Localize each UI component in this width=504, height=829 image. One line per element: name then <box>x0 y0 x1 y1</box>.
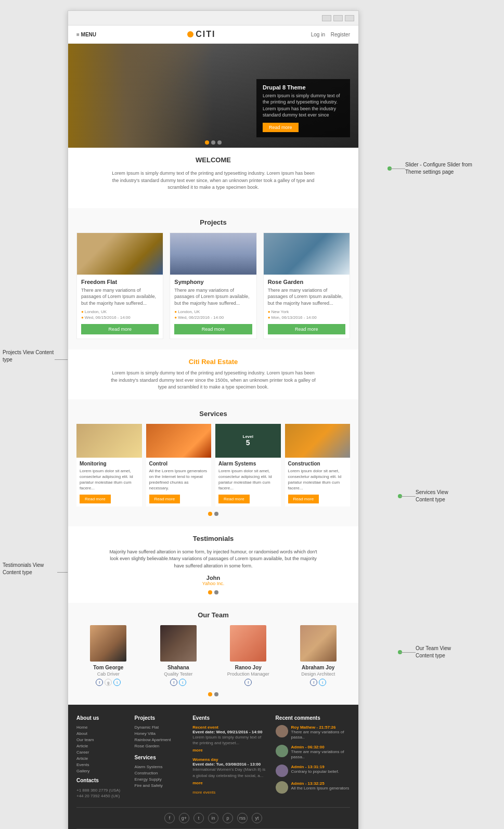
projects-title: Projects <box>76 218 350 226</box>
footer-facebook-icon[interactable]: f <box>164 813 175 823</box>
service-read-more-monitoring[interactable]: Read more <box>80 495 111 503</box>
twitter-icon-1[interactable]: t <box>113 679 121 686</box>
footer-service-link-1[interactable]: Alarm Systems <box>135 765 185 769</box>
site-footer: About us Home About Our team Article Car… <box>68 705 358 829</box>
logo-text: CITI <box>196 30 215 39</box>
slider-dot-1[interactable] <box>205 140 209 145</box>
projects-section: Projects Freedom Flat There are many var… <box>68 208 358 350</box>
footer-link-career[interactable]: Career <box>76 750 126 755</box>
facebook-icon-4[interactable]: f <box>310 679 317 686</box>
site-logo[interactable]: CITI <box>187 30 215 39</box>
footer-link-home[interactable]: Home <box>76 725 126 730</box>
citi-text: Lorem Ipsum is simply dummy text of the … <box>109 370 317 391</box>
citi-section: Citi Real Estate Lorem Ipsum is simply d… <box>68 349 358 399</box>
footer-gplus-icon[interactable]: g+ <box>179 813 189 823</box>
team-member-2: Shahana Quality Tester f t <box>147 625 211 686</box>
footer-project-link-4[interactable]: Rose Garden <box>135 744 185 748</box>
footer-link-article[interactable]: Article <box>76 744 126 748</box>
team-member-3: Ranoo Joy Production Manager f <box>216 625 280 686</box>
project-location-1: ●London, UK <box>81 309 159 314</box>
services-title: Services <box>76 410 350 418</box>
testimonials-section: Testimonials Majority have suffered alte… <box>68 526 358 603</box>
location-icon-2: ● <box>174 309 177 314</box>
testimonial-dot-1[interactable] <box>208 590 212 594</box>
team-dot-2[interactable] <box>214 692 218 696</box>
footer-twitter-icon[interactable]: t <box>193 813 204 823</box>
team-dot-1[interactable] <box>208 692 212 696</box>
footer-event1-more[interactable]: more <box>192 748 203 753</box>
citi-title: Citi Real Estate <box>76 358 350 366</box>
location-icon-1: ● <box>81 309 84 314</box>
footer-service-link-2[interactable]: Construction <box>135 771 185 775</box>
services-dot-2[interactable] <box>214 512 218 516</box>
comment-content-1: Roy Mathew - 21:57:26 There are many var… <box>291 725 350 741</box>
footer-project-link-1[interactable]: Dynamic Flat <box>135 725 185 730</box>
twitter-icon-2[interactable]: t <box>179 679 186 686</box>
footer-events-col: Events Recent event Event date: Wed, 09/… <box>192 715 267 799</box>
footer-youtube-icon[interactable]: yt <box>252 813 262 823</box>
project-image-2 <box>170 233 256 275</box>
browser-window: ≡ MENU CITI Log in Register Drupal 8 The… <box>68 10 359 829</box>
login-link[interactable]: Log in <box>311 32 325 37</box>
footer-project-link-2[interactable]: Honey Villa <box>135 731 185 736</box>
team-social-3: f <box>216 679 280 686</box>
footer-link-events[interactable]: Events <box>76 762 126 767</box>
footer-pinterest-icon[interactable]: p <box>223 813 233 823</box>
hero-caption: Drupal 8 Theme Lorem Ipsum is simply dum… <box>256 79 350 137</box>
hero-read-more-button[interactable]: Read more <box>263 123 299 132</box>
service-desc-control: All the Lorem Ipsum generators on the In… <box>149 468 209 491</box>
slider-dot-3[interactable] <box>217 140 222 145</box>
footer-linkedin-icon[interactable]: in <box>208 813 218 823</box>
service-read-more-construction[interactable]: Read more <box>288 495 319 503</box>
services-dot-1[interactable] <box>208 512 212 516</box>
footer-link-article2[interactable]: Article <box>76 756 126 761</box>
facebook-icon-3[interactable]: f <box>244 679 252 686</box>
comment-author-1: Roy Mathew - 21:57:26 <box>291 725 350 730</box>
register-link[interactable]: Register <box>331 32 350 37</box>
comment-text-1: There are many variations of passa.. <box>291 730 350 741</box>
comment-text-4: All the Lorem Ipsum generators <box>291 786 350 791</box>
slider-dot-2[interactable] <box>211 140 215 145</box>
footer-service-link-3[interactable]: Energy Supply <box>135 777 185 782</box>
project-read-more-2[interactable]: Read more <box>174 324 252 334</box>
footer-events-title: Events <box>192 715 267 721</box>
project-body-2: Symphony There are many variations of pa… <box>170 275 256 339</box>
project-read-more-1[interactable]: Read more <box>81 324 159 334</box>
footer-event1-text: Lorem Ipsum is simply dummy text of the … <box>192 734 267 746</box>
more-events-link[interactable]: more events <box>192 790 267 795</box>
facebook-icon-2[interactable]: f <box>170 679 177 686</box>
team-member-4: Abraham Joy Design Architect f t <box>287 625 351 686</box>
footer-contacts-title: Contacts <box>76 778 126 783</box>
footer-link-team[interactable]: Our team <box>76 737 126 742</box>
google-icon-1[interactable]: g <box>105 679 112 686</box>
footer-service-link-4[interactable]: Fire and Safety <box>135 783 185 788</box>
browser-maximize-button[interactable] <box>333 15 343 21</box>
service-read-more-alarm[interactable]: Read more <box>218 495 250 503</box>
level5-badge: Level 5 <box>243 435 253 446</box>
footer-womens-day-label[interactable]: Womens day <box>192 757 267 762</box>
facebook-icon-1[interactable]: f <box>96 679 103 686</box>
footer-project-link-3[interactable]: Rainbow Apartment <box>135 737 185 742</box>
project-read-more-3[interactable]: Read more <box>268 324 345 334</box>
comment-content-4: Admin - 13:32:25 All the Lorem Ipsum gen… <box>291 781 350 791</box>
footer-event2-more[interactable]: more <box>192 781 203 785</box>
service-name-control: Control <box>149 461 209 467</box>
hero-slider: Drupal 8 Theme Lorem Ipsum is simply dum… <box>68 44 358 148</box>
service-body-control: Control All the Lorem Ipsum generators o… <box>146 458 212 507</box>
service-card-construction: Construction Lorem ipsum dolor sit amet,… <box>285 424 351 507</box>
service-read-more-control[interactable]: Read more <box>149 495 180 503</box>
project-date-3: ●Mon, 06/13/2016 - 14:00 <box>268 315 345 320</box>
service-image-monitoring <box>76 424 142 458</box>
testimonial-dot-2[interactable] <box>214 590 218 594</box>
twitter-icon-4[interactable]: t <box>319 679 326 686</box>
footer-rss-icon[interactable]: rss <box>237 813 248 823</box>
footer-recent-event-label[interactable]: Recent event <box>192 725 267 730</box>
team-slider-dots <box>76 692 350 696</box>
project-card-2: Symphony There are many variations of pa… <box>170 232 256 340</box>
menu-toggle[interactable]: ≡ MENU <box>76 32 96 37</box>
browser-close-button[interactable] <box>345 15 354 21</box>
service-name-monitoring: Monitoring <box>80 461 139 467</box>
browser-minimize-button[interactable] <box>322 15 331 21</box>
footer-link-about[interactable]: About <box>76 731 126 736</box>
footer-link-gallery[interactable]: Gallery <box>76 769 126 773</box>
